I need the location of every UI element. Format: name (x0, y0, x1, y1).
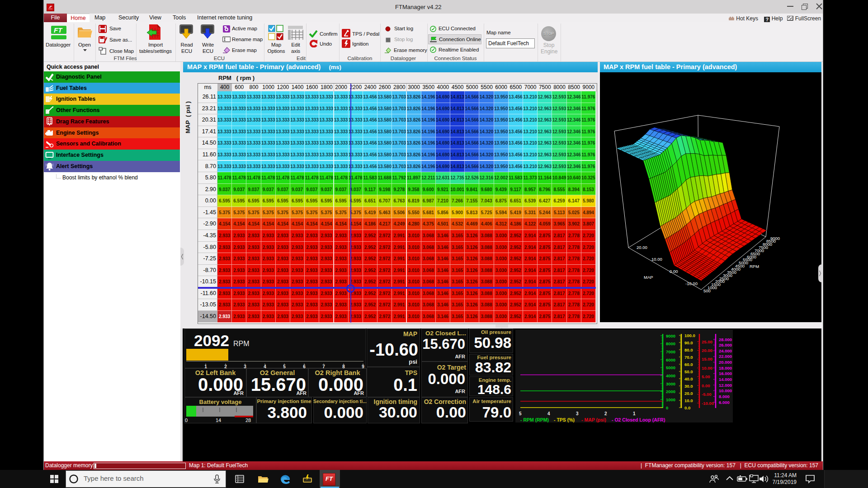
svg-text:9000: 9000 (770, 236, 780, 241)
svg-text:30.0: 30.0 (684, 384, 693, 389)
svg-text:1: 1 (204, 364, 207, 368)
svg-text:5: 5 (283, 364, 286, 368)
svg-text:18.000: 18.000 (719, 366, 732, 371)
svg-text:0.0: 0.0 (684, 405, 690, 410)
svg-text:FT: FT (54, 26, 63, 34)
svg-text:3: 3 (576, 411, 579, 416)
svg-text:0.00: 0.00 (670, 269, 678, 274)
svg-text:60.0: 60.0 (684, 362, 693, 367)
svg-text:6.000: 6.000 (719, 400, 730, 405)
svg-text:10.000: 10.000 (719, 388, 732, 393)
svg-text:8: 8 (342, 364, 345, 368)
svg-text:2: 2 (604, 411, 607, 416)
svg-text:MAP: MAP (644, 275, 653, 280)
svg-text:20.00: 20.00 (637, 245, 647, 250)
svg-text:-10.00: -10.00 (702, 401, 714, 406)
svg-text:- MAP (psi): - MAP (psi) (581, 417, 606, 422)
svg-text:8000: 8000 (666, 341, 675, 346)
svg-text:0: 0 (666, 405, 668, 410)
svg-text:5: 5 (519, 411, 522, 416)
svg-text:10.00: 10.00 (651, 257, 662, 262)
svg-text:2000: 2000 (666, 389, 675, 394)
svg-text:90.0: 90.0 (684, 340, 693, 345)
svg-text:4: 4 (264, 364, 266, 368)
svg-text:- O2 Closed Loop (AFR): - O2 Closed Loop (AFR) (612, 417, 665, 422)
svg-text:9: 9 (362, 364, 364, 368)
svg-text:8.000: 8.000 (719, 394, 730, 399)
svg-text:10.0: 10.0 (684, 398, 693, 403)
svg-text:0.00: 0.00 (702, 383, 710, 388)
svg-text:6: 6 (303, 364, 306, 368)
svg-text:10.00: 10.00 (702, 366, 712, 371)
svg-text:70.0: 70.0 (684, 355, 693, 360)
svg-text:26.000: 26.000 (719, 343, 732, 347)
svg-text:40.0: 40.0 (684, 376, 693, 381)
svg-text:5.00: 5.00 (702, 374, 710, 379)
svg-text:20.000: 20.000 (719, 360, 732, 365)
svg-text:7: 7 (322, 364, 325, 368)
svg-text:- TPS (%): - TPS (%) (554, 417, 575, 422)
svg-text:1000: 1000 (666, 397, 675, 402)
svg-text:100.0: 100.0 (684, 333, 695, 338)
svg-text:1: 1 (633, 411, 636, 416)
svg-text:5000: 5000 (666, 365, 675, 370)
svg-text:- RPM (RPM): - RPM (RPM) (520, 417, 549, 422)
svg-text:16.000: 16.000 (719, 371, 732, 376)
svg-text:4: 4 (547, 411, 550, 416)
svg-text:RPM: RPM (750, 264, 759, 269)
svg-text:24.000: 24.000 (719, 348, 732, 353)
svg-text:3: 3 (244, 364, 246, 368)
svg-text:22.000: 22.000 (719, 354, 732, 359)
svg-text:20.00: 20.00 (702, 348, 712, 353)
svg-text:28.000: 28.000 (719, 337, 732, 342)
svg-text:80.0: 80.0 (684, 347, 693, 352)
svg-text:12.000: 12.000 (719, 383, 732, 388)
svg-text:-10.00: -10.00 (685, 281, 698, 286)
svg-text:3000: 3000 (666, 381, 675, 386)
svg-text:2: 2 (224, 364, 227, 368)
svg-text:-5.00: -5.00 (702, 392, 712, 397)
svg-text:9000: 9000 (666, 333, 675, 338)
svg-text:6000: 6000 (666, 357, 675, 362)
svg-text:20.0: 20.0 (684, 391, 693, 396)
svg-text:50.0: 50.0 (684, 369, 693, 374)
svg-text:4000: 4000 (666, 373, 675, 378)
svg-text:14.000: 14.000 (719, 377, 732, 382)
svg-text:15.00: 15.00 (702, 357, 712, 361)
svg-text:7000: 7000 (666, 349, 675, 354)
svg-text:25.00: 25.00 (702, 339, 712, 344)
